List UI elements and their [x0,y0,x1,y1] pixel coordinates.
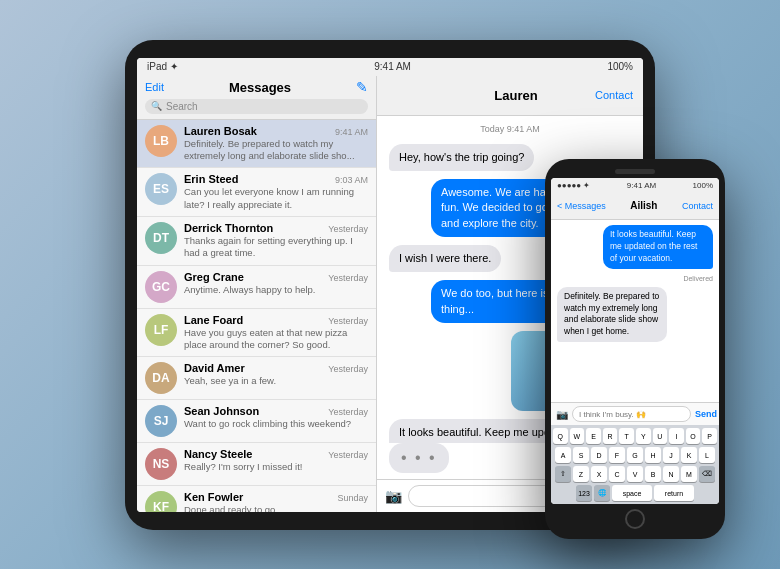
keyboard-key[interactable]: J [663,447,679,463]
keyboard-key[interactable]: N [663,466,679,482]
sidebar-edit-button[interactable]: Edit [145,81,164,93]
keyboard-row: QWERTYUIOP [553,428,717,444]
iphone-chat-title: Ailish [630,200,657,211]
keyboard-key[interactable]: R [603,428,618,444]
iphone-message-input[interactable] [572,406,691,422]
msg-preview: Have you guys eaten at that new pizza pl… [184,327,368,352]
messages-sidebar: Edit Messages ✎ 🔍 Search LB Lauren Bosak… [137,76,377,512]
iphone-top-bar [551,169,719,174]
keyboard-key[interactable]: G [627,447,643,463]
sidebar-contact-item[interactable]: LB Lauren Bosak 9:41 AM Definitely. Be p… [137,120,376,169]
keyboard-key[interactable]: return [654,485,694,501]
keyboard-key[interactable]: H [645,447,661,463]
compose-button[interactable]: ✎ [356,80,368,94]
keyboard-key[interactable]: V [627,466,643,482]
iphone-status-center: 9:41 AM [627,181,656,190]
sidebar-contact-item[interactable]: SJ Sean Johnson Yesterday Want to go roc… [137,400,376,443]
msg-time: Sunday [337,493,368,503]
search-icon: 🔍 [151,101,162,111]
avatar: ES [145,173,177,205]
keyboard-key[interactable]: ⇧ [555,466,571,482]
delivered-label: Delivered [557,275,713,282]
sidebar-contact-item[interactable]: DA David Amer Yesterday Yeah, see ya in … [137,357,376,400]
keyboard-key[interactable]: ⌫ [699,466,715,482]
keyboard-key[interactable]: I [669,428,684,444]
avatar: LB [145,125,177,157]
keyboard-key[interactable]: Z [573,466,589,482]
sidebar-contact-item[interactable]: NS Nancy Steele Yesterday Really? I'm so… [137,443,376,486]
search-bar[interactable]: 🔍 Search [145,99,368,114]
iphone-message-bubble: It looks beautiful. Keep me updated on t… [603,225,713,269]
iphone-home-button[interactable] [625,509,645,529]
chat-title: Lauren [494,88,537,103]
msg-body: Erin Steed 9:03 AM Can you let everyone … [184,173,368,211]
sidebar-title: Messages [229,80,291,95]
iphone-camera-button[interactable]: 📷 [556,409,568,420]
avatar: GC [145,271,177,303]
sidebar-contact-item[interactable]: DT Derrick Thornton Yesterday Thanks aga… [137,217,376,266]
msg-preview: Thanks again for setting everything up. … [184,235,368,260]
contact-name: Lane Foard [184,314,243,326]
keyboard-key[interactable]: C [609,466,625,482]
iphone-speaker [615,169,655,174]
contact-button[interactable]: Contact [595,89,633,101]
msg-time: Yesterday [328,450,368,460]
sidebar-contact-item[interactable]: GC Greg Crane Yesterday Anytime. Always … [137,266,376,309]
keyboard-key[interactable]: P [702,428,717,444]
keyboard-key[interactable]: F [609,447,625,463]
iphone-status-right: 100% [693,181,713,190]
avatar: DT [145,222,177,254]
iphone-status-bar: ●●●●● ✦ 9:41 AM 100% [551,178,719,192]
iphone-screen: ●●●●● ✦ 9:41 AM 100% < Messages Ailish C… [551,178,719,504]
keyboard-key[interactable]: Y [636,428,651,444]
sidebar-contact-item[interactable]: ES Erin Steed 9:03 AM Can you let everyo… [137,168,376,217]
ipad-status-bar: iPad ✦ 9:41 AM 100% [137,58,643,76]
iphone-contact-button[interactable]: Contact [682,201,713,211]
avatar: LF [145,314,177,346]
iphone-message-bubble: Definitely. Be prepared to watch my extr… [557,287,667,343]
keyboard-key[interactable]: D [591,447,607,463]
keyboard-key[interactable]: W [570,428,585,444]
contact-name: Derrick Thornton [184,222,273,234]
keyboard-key[interactable]: 123 [576,485,592,501]
keyboard-key[interactable]: L [699,447,715,463]
keyboard-key[interactable]: A [555,447,571,463]
msg-body: Nancy Steele Yesterday Really? I'm sorry… [184,448,368,473]
msg-body: Greg Crane Yesterday Anytime. Always hap… [184,271,368,296]
avatar: NS [145,448,177,480]
msg-time: Yesterday [328,407,368,417]
chat-date: Today 9:41 AM [389,124,631,134]
keyboard-key[interactable]: S [573,447,589,463]
contact-name: Ken Fowler [184,491,243,503]
keyboard-key[interactable]: U [653,428,668,444]
iphone-send-button[interactable]: Send [695,409,717,419]
keyboard-key[interactable]: 🌐 [594,485,610,501]
ipad-status-left: iPad ✦ [147,61,178,72]
iphone-nav-bar: < Messages Ailish Contact [551,192,719,220]
sidebar-contact-item[interactable]: LF Lane Foard Yesterday Have you guys ea… [137,309,376,358]
keyboard-key[interactable]: X [591,466,607,482]
keyboard-key[interactable]: space [612,485,652,501]
msg-body: Derrick Thornton Yesterday Thanks again … [184,222,368,260]
keyboard-key[interactable]: Q [553,428,568,444]
keyboard-key[interactable]: K [681,447,697,463]
keyboard-key[interactable]: E [586,428,601,444]
camera-button[interactable]: 📷 [385,488,402,504]
msg-time: 9:03 AM [335,175,368,185]
iphone-status-left: ●●●●● ✦ [557,181,590,190]
contact-name: Greg Crane [184,271,244,283]
msg-body: Sean Johnson Yesterday Want to go rock c… [184,405,368,430]
keyboard-key[interactable]: B [645,466,661,482]
message-bubble: I wish I were there. [389,245,501,272]
keyboard-row: ASDFGHJKL [553,447,717,463]
iphone-device: ●●●●● ✦ 9:41 AM 100% < Messages Ailish C… [545,159,725,539]
msg-body: David Amer Yesterday Yeah, see ya in a f… [184,362,368,387]
keyboard-key[interactable]: O [686,428,701,444]
keyboard-key[interactable]: T [619,428,634,444]
msg-time: Yesterday [328,364,368,374]
sidebar-header: Edit Messages ✎ 🔍 Search [137,76,376,120]
keyboard-key[interactable]: M [681,466,697,482]
back-button[interactable]: < Messages [557,201,606,211]
sidebar-contact-item[interactable]: KF Ken Fowler Sunday Done and ready to g… [137,486,376,511]
msg-body: Lane Foard Yesterday Have you guys eaten… [184,314,368,352]
